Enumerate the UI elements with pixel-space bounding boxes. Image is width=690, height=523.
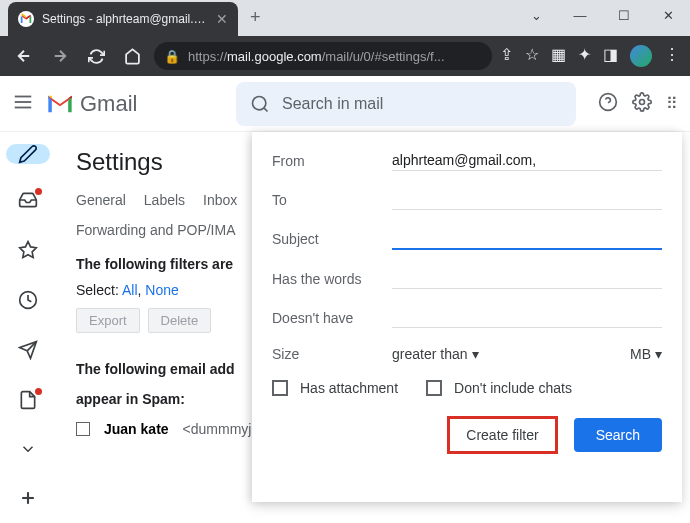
tab-inbox[interactable]: Inbox [203,192,237,208]
panel-icon[interactable]: ◨ [603,45,618,67]
export-button[interactable]: Export [76,308,140,333]
gmail-brand-text: Gmail [80,91,137,117]
no-chats-checkbox[interactable]: Don't include chats [426,380,572,396]
search-placeholder: Search in mail [282,95,383,113]
has-words-input[interactable] [392,268,662,289]
size-unit-select[interactable]: MB ▾ [630,346,662,362]
gmail-m-icon [46,93,74,115]
gear-icon[interactable] [632,92,652,116]
expand-icon[interactable] [19,440,37,462]
has-attachment-checkbox[interactable]: Has attachment [272,380,398,396]
forward-icon[interactable] [46,42,74,70]
select-none-link[interactable]: None [145,282,178,298]
snoozed-icon[interactable] [18,290,38,314]
create-filter-button[interactable]: Create filter [447,416,557,454]
select-all-link[interactable]: All [122,282,138,298]
has-words-label: Has the words [272,271,392,287]
add-label-icon[interactable] [18,488,38,512]
menu-icon[interactable]: ⋮ [664,45,680,67]
main-menu-icon[interactable] [12,91,34,117]
home-icon[interactable] [118,42,146,70]
chevron-down-icon: ▾ [472,346,479,362]
apps-icon[interactable]: ⠿ [666,94,678,113]
sent-icon[interactable] [18,340,38,364]
drafts-icon[interactable] [18,390,38,414]
address-bar[interactable]: 🔒 https://mail.google.com/mail/u/0/#sett… [154,42,492,70]
delete-button[interactable]: Delete [148,308,212,333]
svg-line-4 [264,107,268,111]
inbox-icon[interactable] [18,190,38,214]
size-op-select[interactable]: greater than ▾ [392,346,479,362]
search-button[interactable]: Search [574,418,662,452]
url-text: https://mail.google.com/mail/u/0/#settin… [188,49,445,64]
lock-icon: 🔒 [164,49,180,64]
tab-general[interactable]: General [76,192,126,208]
svg-marker-8 [20,242,37,258]
reload-icon[interactable] [82,42,110,70]
compose-button[interactable] [6,144,50,164]
search-box[interactable]: Search in mail [236,82,576,126]
to-label: To [272,192,392,208]
minimize-icon[interactable]: ― [558,0,602,30]
starred-icon[interactable] [18,240,38,264]
gmail-favicon [18,11,34,27]
to-input[interactable] [392,189,662,210]
chevron-down-icon[interactable]: ⌄ [514,0,558,30]
help-icon[interactable] [598,92,618,116]
close-window-icon[interactable]: ✕ [646,0,690,30]
svg-point-7 [640,99,645,104]
tab-forwarding[interactable]: Forwarding and POP/IMA [76,222,236,238]
profile-avatar[interactable] [630,45,652,67]
back-icon[interactable] [10,42,38,70]
tab-close-icon[interactable]: ✕ [216,11,228,27]
gmail-logo[interactable]: Gmail [46,91,137,117]
blocked-name: Juan kate [104,421,169,437]
puzzle-icon[interactable]: ✦ [578,45,591,67]
from-label: From [272,153,392,169]
extension-icon[interactable]: ▦ [551,45,566,67]
search-icon [250,94,270,114]
doesnt-have-label: Doesn't have [272,310,392,326]
new-tab-button[interactable]: + [250,7,261,28]
tab-labels[interactable]: Labels [144,192,185,208]
maximize-icon[interactable]: ☐ [602,0,646,30]
subject-label: Subject [272,231,392,247]
svg-point-3 [253,96,266,109]
star-icon[interactable]: ☆ [525,45,539,67]
chevron-down-icon: ▾ [655,346,662,362]
doesnt-have-input[interactable] [392,307,662,328]
tab-title: Settings - alphrteam@gmail.com [42,12,208,26]
from-input[interactable] [392,150,662,171]
subject-input[interactable] [392,228,662,250]
blocked-checkbox[interactable] [76,422,90,436]
size-label: Size [272,346,392,362]
filter-panel: From To Subject Has the words Doesn't ha… [252,132,682,502]
browser-tab[interactable]: Settings - alphrteam@gmail.com ✕ [8,2,238,36]
share-icon[interactable]: ⇪ [500,45,513,67]
